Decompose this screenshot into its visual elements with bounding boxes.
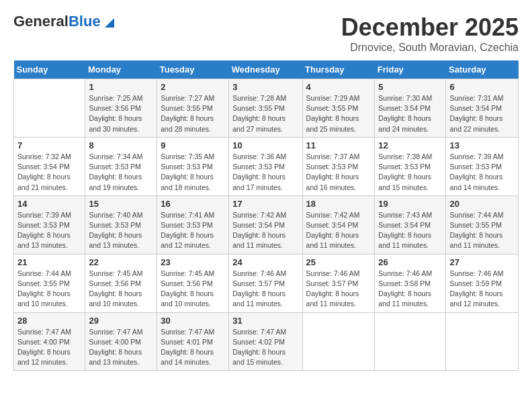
day-info: Sunrise: 7:34 AMSunset: 3:53 PMDaylight:… [89, 152, 153, 193]
logo: GeneralBlue [13, 13, 114, 30]
day-number: 15 [89, 199, 153, 209]
calendar-cell: 13Sunrise: 7:39 AMSunset: 3:53 PMDayligh… [446, 137, 519, 195]
day-info: Sunrise: 7:35 AMSunset: 3:53 PMDaylight:… [161, 152, 225, 193]
day-number: 11 [306, 140, 371, 150]
calendar-cell: 10Sunrise: 7:36 AMSunset: 3:53 PMDayligh… [229, 137, 302, 195]
day-number: 5 [378, 82, 442, 92]
day-number: 6 [449, 82, 515, 92]
day-info: Sunrise: 7:32 AMSunset: 3:54 PMDaylight:… [17, 152, 81, 193]
calendar-cell [446, 312, 519, 371]
day-number: 22 [89, 257, 153, 267]
day-number: 28 [17, 316, 81, 326]
weekday-header: Tuesday [157, 60, 229, 79]
day-number: 26 [378, 257, 442, 267]
month-title: December 2025 [341, 13, 519, 42]
calendar-cell: 21Sunrise: 7:44 AMSunset: 3:55 PMDayligh… [14, 254, 85, 312]
calendar-cell: 14Sunrise: 7:39 AMSunset: 3:53 PMDayligh… [14, 195, 85, 254]
calendar-cell: 3Sunrise: 7:28 AMSunset: 3:55 PMDaylight… [229, 79, 302, 138]
day-info: Sunrise: 7:30 AMSunset: 3:54 PMDaylight:… [378, 93, 442, 134]
day-number: 25 [306, 257, 371, 267]
day-number: 8 [89, 140, 153, 150]
day-number: 23 [161, 257, 225, 267]
day-number: 17 [232, 199, 298, 209]
day-info: Sunrise: 7:45 AMSunset: 3:56 PMDaylight:… [89, 269, 153, 310]
calendar-cell: 23Sunrise: 7:45 AMSunset: 3:56 PMDayligh… [157, 254, 229, 312]
calendar-cell: 11Sunrise: 7:37 AMSunset: 3:53 PMDayligh… [302, 137, 375, 195]
title-block: December 2025 Drnovice, South Moravian, … [341, 13, 519, 54]
calendar-cell: 26Sunrise: 7:46 AMSunset: 3:58 PMDayligh… [375, 254, 446, 312]
weekday-header: Thursday [302, 60, 375, 79]
day-number: 4 [306, 82, 371, 92]
calendar-cell: 18Sunrise: 7:42 AMSunset: 3:54 PMDayligh… [302, 195, 375, 254]
day-number: 21 [17, 257, 81, 267]
day-info: Sunrise: 7:42 AMSunset: 3:54 PMDaylight:… [232, 210, 298, 251]
day-info: Sunrise: 7:41 AMSunset: 3:53 PMDaylight:… [161, 210, 225, 251]
calendar-cell [375, 312, 446, 371]
day-number: 2 [161, 82, 225, 92]
day-info: Sunrise: 7:28 AMSunset: 3:55 PMDaylight:… [232, 93, 298, 134]
day-info: Sunrise: 7:47 AMSunset: 4:02 PMDaylight:… [232, 327, 298, 368]
calendar-cell: 27Sunrise: 7:46 AMSunset: 3:59 PMDayligh… [446, 254, 519, 312]
day-number: 13 [449, 140, 515, 150]
day-info: Sunrise: 7:45 AMSunset: 3:56 PMDaylight:… [161, 269, 225, 310]
location-title: Drnovice, South Moravian, Czechia [341, 42, 519, 54]
calendar-week-row: 21Sunrise: 7:44 AMSunset: 3:55 PMDayligh… [14, 254, 519, 312]
calendar-cell: 22Sunrise: 7:45 AMSunset: 3:56 PMDayligh… [85, 254, 157, 312]
day-number: 10 [232, 140, 298, 150]
calendar-cell: 31Sunrise: 7:47 AMSunset: 4:02 PMDayligh… [229, 312, 302, 371]
calendar-cell: 30Sunrise: 7:47 AMSunset: 4:01 PMDayligh… [157, 312, 229, 371]
calendar-week-row: 28Sunrise: 7:47 AMSunset: 4:00 PMDayligh… [14, 312, 519, 371]
calendar-cell: 19Sunrise: 7:43 AMSunset: 3:54 PMDayligh… [375, 195, 446, 254]
calendar-cell: 17Sunrise: 7:42 AMSunset: 3:54 PMDayligh… [229, 195, 302, 254]
weekday-header: Saturday [446, 60, 519, 79]
day-number: 12 [378, 140, 442, 150]
calendar-cell: 15Sunrise: 7:40 AMSunset: 3:53 PMDayligh… [85, 195, 157, 254]
day-number: 14 [17, 199, 81, 209]
day-number: 29 [89, 316, 153, 326]
day-info: Sunrise: 7:38 AMSunset: 3:53 PMDaylight:… [378, 152, 442, 193]
day-info: Sunrise: 7:46 AMSunset: 3:59 PMDaylight:… [449, 269, 515, 310]
calendar-cell: 28Sunrise: 7:47 AMSunset: 4:00 PMDayligh… [14, 312, 85, 371]
day-info: Sunrise: 7:31 AMSunset: 3:54 PMDaylight:… [449, 93, 515, 134]
calendar-cell: 29Sunrise: 7:47 AMSunset: 4:00 PMDayligh… [85, 312, 157, 371]
calendar-cell: 16Sunrise: 7:41 AMSunset: 3:53 PMDayligh… [157, 195, 229, 254]
day-info: Sunrise: 7:40 AMSunset: 3:53 PMDaylight:… [89, 210, 153, 251]
day-number: 18 [306, 199, 371, 209]
day-info: Sunrise: 7:29 AMSunset: 3:55 PMDaylight:… [306, 93, 371, 134]
calendar-cell: 25Sunrise: 7:46 AMSunset: 3:57 PMDayligh… [302, 254, 375, 312]
calendar-cell: 2Sunrise: 7:27 AMSunset: 3:55 PMDaylight… [157, 79, 229, 138]
day-number: 27 [449, 257, 515, 267]
day-info: Sunrise: 7:47 AMSunset: 4:01 PMDaylight:… [161, 327, 225, 368]
day-info: Sunrise: 7:46 AMSunset: 3:57 PMDaylight:… [232, 269, 298, 310]
day-info: Sunrise: 7:46 AMSunset: 3:57 PMDaylight:… [306, 269, 371, 310]
calendar-cell: 7Sunrise: 7:32 AMSunset: 3:54 PMDaylight… [14, 137, 85, 195]
day-info: Sunrise: 7:27 AMSunset: 3:55 PMDaylight:… [161, 93, 225, 134]
calendar-week-row: 1Sunrise: 7:25 AMSunset: 3:56 PMDaylight… [14, 79, 519, 138]
weekday-header: Sunday [14, 60, 85, 79]
weekday-header: Friday [375, 60, 446, 79]
day-info: Sunrise: 7:25 AMSunset: 3:56 PMDaylight:… [89, 93, 153, 134]
calendar-week-row: 14Sunrise: 7:39 AMSunset: 3:53 PMDayligh… [14, 195, 519, 254]
day-number: 3 [232, 82, 298, 92]
calendar-cell: 8Sunrise: 7:34 AMSunset: 3:53 PMDaylight… [85, 137, 157, 195]
day-number: 7 [17, 140, 81, 150]
day-number: 19 [378, 199, 442, 209]
day-info: Sunrise: 7:44 AMSunset: 3:55 PMDaylight:… [17, 269, 81, 310]
svg-marker-0 [105, 18, 114, 28]
day-number: 20 [449, 199, 515, 209]
weekday-header: Monday [85, 60, 157, 79]
calendar-cell: 12Sunrise: 7:38 AMSunset: 3:53 PMDayligh… [375, 137, 446, 195]
page-header: GeneralBlue December 2025 Drnovice, Sout… [13, 13, 519, 54]
calendar-cell: 9Sunrise: 7:35 AMSunset: 3:53 PMDaylight… [157, 137, 229, 195]
day-info: Sunrise: 7:43 AMSunset: 3:54 PMDaylight:… [378, 210, 442, 251]
calendar-cell: 6Sunrise: 7:31 AMSunset: 3:54 PMDaylight… [446, 79, 519, 138]
calendar-week-row: 7Sunrise: 7:32 AMSunset: 3:54 PMDaylight… [14, 137, 519, 195]
weekday-header-row: SundayMondayTuesdayWednesdayThursdayFrid… [14, 60, 519, 79]
day-number: 16 [161, 199, 225, 209]
day-info: Sunrise: 7:42 AMSunset: 3:54 PMDaylight:… [306, 210, 371, 251]
calendar-cell: 24Sunrise: 7:46 AMSunset: 3:57 PMDayligh… [229, 254, 302, 312]
calendar-cell [302, 312, 375, 371]
calendar-cell [14, 79, 85, 138]
day-info: Sunrise: 7:39 AMSunset: 3:53 PMDaylight:… [449, 152, 515, 193]
day-number: 30 [161, 316, 225, 326]
